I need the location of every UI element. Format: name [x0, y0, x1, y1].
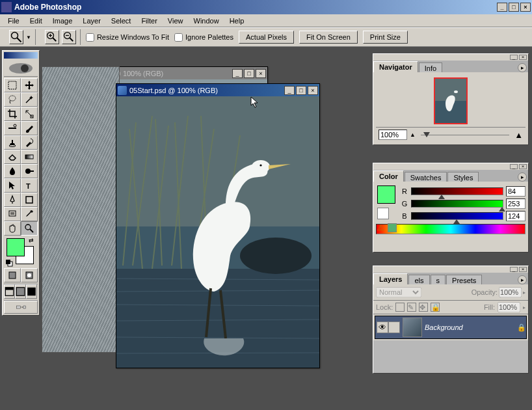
- panel-minimize-button[interactable]: _: [510, 55, 518, 60]
- navigator-thumbnail[interactable]: [434, 77, 468, 124]
- slice-tool[interactable]: [21, 107, 38, 121]
- layer-thumbnail[interactable]: [403, 318, 422, 337]
- layer-name[interactable]: Background: [425, 323, 517, 331]
- lock-position-icon[interactable]: ✥: [419, 303, 428, 312]
- clone-stamp-tool[interactable]: [4, 135, 21, 150]
- zoom-out-small-icon[interactable]: ▲: [410, 131, 416, 138]
- shape-tool[interactable]: [21, 193, 38, 207]
- color-slider-r[interactable]: [411, 187, 503, 195]
- resize-windows-checkbox[interactable]: Resize Windows To Fit: [86, 33, 169, 42]
- actual-pixels-button[interactable]: Actual Pixels: [239, 31, 294, 44]
- screen-mode-full-icon[interactable]: [26, 284, 37, 299]
- path-selection-tool[interactable]: [4, 178, 21, 193]
- panel-minimize-button[interactable]: _: [510, 267, 518, 272]
- layer-link-icon[interactable]: [388, 321, 400, 333]
- history-brush-tool[interactable]: [21, 135, 38, 150]
- gamut-nearest-swatch[interactable]: [388, 223, 397, 232]
- doc-minimize-button[interactable]: _: [284, 86, 295, 95]
- fill-arrow-icon[interactable]: ▸: [523, 305, 525, 310]
- menu-image[interactable]: Image: [47, 16, 78, 26]
- gradient-tool[interactable]: [21, 150, 38, 164]
- move-tool[interactable]: [21, 78, 38, 92]
- tab-swatches[interactable]: Swatches: [405, 172, 447, 182]
- crop-tool[interactable]: [4, 107, 21, 121]
- swap-colors-icon[interactable]: ⇄: [29, 237, 34, 243]
- tool-dropdown-icon[interactable]: ▼: [26, 34, 31, 40]
- screen-mode-fullmenu-icon[interactable]: [15, 284, 26, 299]
- color-value-g[interactable]: [506, 198, 525, 209]
- menu-window[interactable]: Window: [189, 16, 224, 26]
- lasso-tool[interactable]: [4, 92, 21, 107]
- eraser-tool[interactable]: [4, 150, 21, 164]
- magic-wand-tool[interactable]: [21, 92, 38, 107]
- blend-mode-select[interactable]: Normal: [376, 287, 421, 297]
- tab-styles[interactable]: Styles: [447, 172, 479, 182]
- menu-help[interactable]: Help: [224, 16, 250, 26]
- fill-input[interactable]: [498, 302, 520, 312]
- foreground-color-swatch[interactable]: [7, 238, 25, 256]
- color-background-preview[interactable]: [377, 208, 389, 219]
- panel-close-button[interactable]: ×: [519, 267, 527, 272]
- panel-close-button[interactable]: ×: [519, 164, 527, 169]
- hand-tool[interactable]: [4, 221, 21, 236]
- doc-close-button[interactable]: ×: [308, 86, 318, 95]
- canvas[interactable]: [116, 96, 319, 368]
- maximize-button[interactable]: □: [509, 3, 519, 12]
- menu-filter[interactable]: Filter: [136, 16, 162, 26]
- marquee-tool[interactable]: [4, 78, 21, 92]
- print-size-button[interactable]: Print Size: [363, 31, 408, 44]
- quick-mask-icon[interactable]: [21, 268, 38, 282]
- panel-menu-button[interactable]: ▸: [518, 172, 527, 182]
- tab-info[interactable]: Info: [419, 62, 442, 72]
- layer-visibility-icon[interactable]: 👁: [377, 321, 388, 333]
- tab-navigator[interactable]: Navigator: [373, 61, 418, 72]
- healing-brush-tool[interactable]: [4, 121, 21, 135]
- ignore-palettes-checkbox[interactable]: Ignore Palettes: [174, 33, 233, 42]
- layer-row-background[interactable]: 👁 Background 🔒: [375, 316, 527, 339]
- brush-tool[interactable]: [21, 121, 38, 135]
- tab-channels[interactable]: els: [408, 275, 429, 284]
- color-slider-b[interactable]: [411, 212, 503, 220]
- gamut-warning-icon[interactable]: ⚠: [377, 223, 384, 232]
- menu-view[interactable]: View: [163, 16, 189, 26]
- type-tool[interactable]: T: [21, 178, 38, 193]
- lock-all-icon[interactable]: 🔒: [431, 303, 440, 312]
- color-value-b[interactable]: [506, 211, 525, 221]
- eyedropper-tool[interactable]: [21, 207, 38, 221]
- toolbox-header[interactable]: [4, 52, 38, 59]
- minimize-button[interactable]: _: [497, 3, 507, 12]
- zoom-out-icon[interactable]: [62, 30, 76, 44]
- doc-maximize-button[interactable]: □: [244, 69, 254, 78]
- screen-mode-standard-icon[interactable]: [4, 284, 15, 299]
- color-slider-g[interactable]: [411, 200, 503, 208]
- doc-close-button[interactable]: ×: [256, 69, 266, 78]
- menu-select[interactable]: Select: [106, 16, 137, 26]
- color-spectrum[interactable]: [376, 224, 525, 234]
- doc-maximize-button[interactable]: □: [296, 86, 306, 95]
- zoom-in-large-icon[interactable]: ▲: [514, 130, 523, 140]
- zoom-in-icon[interactable]: [45, 30, 59, 44]
- doc-minimize-button[interactable]: _: [232, 69, 243, 78]
- blur-tool[interactable]: [4, 164, 21, 178]
- zoom-slider[interactable]: [418, 131, 512, 139]
- tab-layers[interactable]: Layers: [373, 273, 408, 284]
- tab-color[interactable]: Color: [373, 171, 404, 182]
- menu-file[interactable]: File: [3, 16, 25, 26]
- tab-presets[interactable]: Presets: [446, 275, 482, 284]
- dodge-tool[interactable]: [21, 164, 38, 178]
- default-colors-icon[interactable]: [5, 259, 13, 267]
- tab-paths[interactable]: s: [431, 275, 446, 284]
- notes-tool[interactable]: [4, 207, 21, 221]
- panel-menu-button[interactable]: ▸: [518, 63, 527, 72]
- panel-close-button[interactable]: ×: [519, 55, 527, 60]
- lock-transparency-icon[interactable]: [395, 303, 405, 312]
- color-value-r[interactable]: [506, 186, 525, 197]
- lock-pixels-icon[interactable]: ✎: [407, 303, 416, 312]
- color-foreground-preview[interactable]: [377, 185, 395, 204]
- panel-minimize-button[interactable]: _: [510, 164, 518, 169]
- current-tool-icon[interactable]: [9, 30, 23, 44]
- zoom-input[interactable]: [379, 130, 407, 140]
- close-button[interactable]: ×: [520, 3, 531, 12]
- standard-mode-icon[interactable]: [4, 268, 21, 282]
- menu-edit[interactable]: Edit: [25, 16, 47, 26]
